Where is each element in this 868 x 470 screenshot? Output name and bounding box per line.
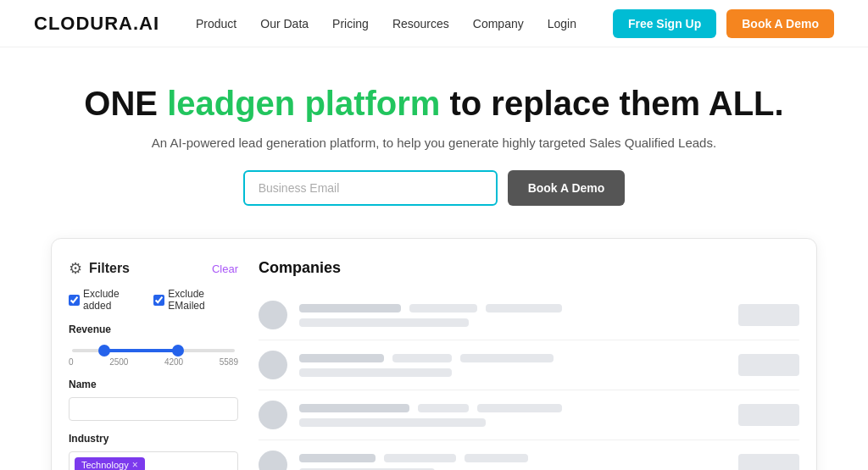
revenue-range-track: [72, 349, 235, 352]
logo: CLODURA.AI: [34, 13, 159, 35]
hero-headline-post: to replace them ALL.: [440, 85, 783, 122]
avatar: [259, 301, 287, 329]
nav-resources[interactable]: Resources: [392, 17, 449, 30]
filters-title: Filters: [89, 261, 130, 276]
hero-form: Book A Demo: [17, 170, 851, 206]
demo-card: ⚙ Filters Clear Exclude added Exclude EM…: [51, 238, 817, 470]
hero-section: ONE leadgen platform to replace them ALL…: [0, 47, 868, 229]
nav-ctas: Free Sign Up Book A Demo: [613, 9, 834, 38]
free-signup-button[interactable]: Free Sign Up: [613, 9, 716, 38]
exclude-added-checkbox[interactable]: Exclude added: [69, 288, 145, 312]
avatar: [259, 401, 287, 429]
company-action-button[interactable]: [738, 304, 799, 326]
companies-panel: Companies: [259, 259, 799, 470]
revenue-range-thumb-left[interactable]: [98, 345, 110, 357]
filter-checkboxes: Exclude added Exclude EMailed: [69, 288, 238, 312]
company-lines: [299, 404, 726, 427]
book-demo-nav-button[interactable]: Book A Demo: [726, 9, 834, 38]
filter-icon: ⚙: [69, 259, 82, 278]
avatar: [259, 351, 287, 379]
revenue-range-thumb-right[interactable]: [172, 345, 184, 357]
hero-subtext: An AI-powered lead generation platform, …: [17, 135, 851, 150]
revenue-range-labels: 0 2500 4200 5589: [69, 357, 238, 367]
table-row: [259, 390, 799, 440]
hero-headline-pre: ONE: [84, 85, 167, 122]
industry-field[interactable]: Technology ×: [69, 451, 238, 470]
nav-login[interactable]: Login: [548, 17, 576, 30]
filters-header: ⚙ Filters Clear: [69, 259, 238, 278]
exclude-emailed-checkbox[interactable]: Exclude EMailed: [153, 288, 238, 312]
revenue-range-fill: [104, 349, 177, 352]
filters-panel: ⚙ Filters Clear Exclude added Exclude EM…: [69, 259, 238, 470]
companies-title: Companies: [259, 259, 799, 277]
company-action-button[interactable]: [738, 454, 799, 470]
table-row: [259, 340, 799, 390]
industry-label: Industry: [69, 433, 238, 445]
company-action-button[interactable]: [738, 404, 799, 426]
table-row: [259, 290, 799, 340]
book-demo-hero-button[interactable]: Book A Demo: [508, 170, 626, 206]
name-label: Name: [69, 379, 238, 390]
nav-our-data[interactable]: Our Data: [260, 17, 309, 30]
company-lines: [299, 354, 726, 377]
nav-pricing[interactable]: Pricing: [332, 17, 369, 30]
hero-headline: ONE leadgen platform to replace them ALL…: [17, 83, 851, 124]
company-lines: [299, 454, 726, 471]
navbar: CLODURA.AI Product Our Data Pricing Reso…: [0, 0, 868, 47]
company-action-button[interactable]: [738, 354, 799, 376]
industry-filter: Industry Technology ×: [69, 433, 238, 470]
nav-company[interactable]: Company: [473, 17, 524, 30]
technology-tag-close[interactable]: ×: [132, 459, 138, 470]
business-email-input[interactable]: [243, 170, 498, 206]
nav-product[interactable]: Product: [196, 17, 236, 30]
table-row: [259, 440, 799, 470]
hero-headline-green: leadgen platform: [167, 85, 440, 122]
filters-clear-button[interactable]: Clear: [212, 263, 238, 275]
name-filter: Name: [69, 379, 238, 421]
name-input[interactable]: [69, 397, 238, 421]
nav-links: Product Our Data Pricing Resources Compa…: [196, 17, 576, 30]
company-lines: [299, 304, 726, 327]
technology-tag: Technology ×: [75, 457, 145, 470]
revenue-filter: Revenue 0 2500 4200 5589: [69, 323, 238, 367]
avatar: [259, 451, 287, 470]
revenue-label: Revenue: [69, 323, 238, 335]
